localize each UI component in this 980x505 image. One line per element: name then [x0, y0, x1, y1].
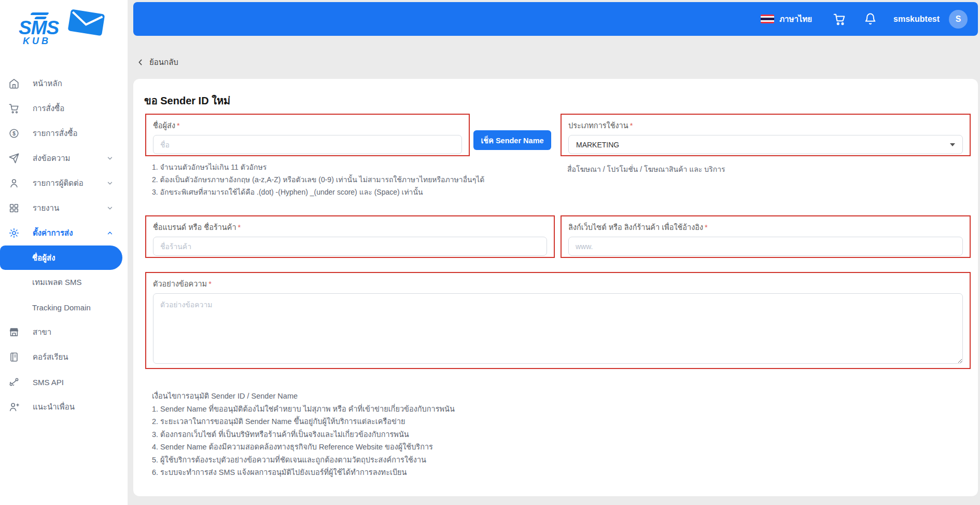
condition-line: 3. ต้องกรอกเว็บไซต์ ที่เป็นบริษัทหรือร้า… — [152, 428, 455, 441]
back-link[interactable]: ย้อนกลับ — [136, 56, 178, 69]
sidebar-item-label: ตั้งค่าการส่ง — [33, 227, 73, 239]
sidebar-subitem-sender-name[interactable]: ชื่อผู้ส่ง — [0, 245, 122, 270]
sidebar-item-label: หน้าหลัก — [33, 77, 62, 90]
cart-icon[interactable] — [833, 12, 846, 26]
sidebar-item-home[interactable]: หน้าหลัก — [0, 71, 128, 96]
sidebar-item-label: รายการผู้ติดต่อ — [33, 177, 83, 189]
label-text: ตัวอย่างข้อความ — [153, 280, 207, 288]
cart-icon — [8, 103, 20, 114]
sidebar-item-label: รายการสั่งซื้อ — [33, 127, 78, 140]
sender-name-input[interactable] — [153, 135, 462, 154]
language-switch[interactable]: ภาษาไทย — [779, 13, 812, 25]
page-title: ขอ Sender ID ใหม่ — [144, 92, 230, 109]
back-label: ย้อนกลับ — [149, 56, 178, 69]
coin-icon: $ — [8, 128, 20, 139]
label-text: ประเภทการใช้งาน — [568, 121, 628, 130]
approval-conditions: เงื่อนไขการอนุมัติ Sender ID / Sender Na… — [152, 390, 455, 479]
example-message-field-group: ตัวอย่างข้อความ* — [145, 272, 971, 369]
example-message-textarea[interactable] — [153, 293, 963, 364]
required-asterisk: * — [208, 280, 212, 288]
home-icon — [8, 78, 20, 89]
website-link-input[interactable] — [568, 237, 963, 256]
required-asterisk: * — [630, 121, 633, 130]
sidebar-item-branch[interactable]: สาขา — [0, 320, 128, 345]
chevron-down-icon — [106, 155, 114, 162]
usage-type-selected-value: MARKETING — [576, 141, 619, 149]
usage-type-select[interactable]: MARKETING — [568, 135, 963, 154]
condition-line: 1. Sender Name ที่ขออนุมัติต้องไม่ใช่คำห… — [152, 403, 455, 416]
usage-type-field-group: ประเภทการใช้งาน* MARKETING — [561, 114, 971, 156]
bell-icon[interactable] — [864, 12, 877, 25]
chevron-down-icon — [106, 180, 114, 187]
sidebar-item-sms-api[interactable]: SMS API — [0, 370, 128, 394]
conditions-title: เงื่อนไขการอนุมัติ Sender ID / Sender Na… — [152, 390, 455, 403]
logo-text-sms: SMS — [19, 17, 60, 38]
check-sender-name-button[interactable]: เช็ค Sender Name — [473, 130, 551, 150]
label-text: ชื่อแบรนด์ หรือ ชื่อร้านค้า — [153, 223, 236, 231]
sidebar-item-refer-friend[interactable]: แนะนำเพื่อน — [0, 394, 128, 419]
brand-name-label: ชื่อแบรนด์ หรือ ชื่อร้านค้า* — [153, 221, 547, 233]
website-link-field-group: ลิงก์เว็บไซต์ หรือ ลิงก์ร้านค้า เพื่อใช้… — [561, 215, 971, 258]
condition-line: 6. ระบบจะทำการส่ง SMS แจ้งผลการอนุมัติไป… — [152, 466, 455, 479]
contact-icon — [8, 178, 20, 189]
username-label[interactable]: smskubtest — [893, 15, 940, 24]
chevron-down-icon — [106, 204, 114, 212]
person-add-icon — [8, 401, 20, 413]
gear-icon — [8, 227, 20, 239]
sidebar-item-label: รายงาน — [33, 202, 59, 214]
sidebar-subitem-label: Tracking Domain — [32, 303, 91, 312]
sidebar-item-label: แนะนำเพื่อน — [33, 401, 75, 413]
back-chevron-icon — [136, 58, 145, 66]
label-text: ลิงก์เว็บไซต์ หรือ ลิงก์ร้านค้า เพื่อใช้… — [568, 223, 703, 231]
send-icon — [8, 153, 20, 164]
sidebar-item-order-list[interactable]: $ รายการสั่งซื้อ — [0, 121, 128, 146]
sidebar-item-send-message[interactable]: ส่งข้อความ — [0, 146, 128, 171]
thai-flag-icon[interactable] — [761, 15, 774, 23]
brand-name-input[interactable] — [153, 237, 547, 256]
sidebar-subitem-sms-template[interactable]: เทมเพลต SMS — [0, 270, 128, 295]
usage-type-label: ประเภทการใช้งาน* — [568, 119, 963, 131]
required-asterisk: * — [705, 223, 708, 231]
sender-name-label: ชื่อผู้ส่ง* — [153, 119, 462, 131]
sender-name-rules: 1. จำนวนตัวอักษรไม่เกิน 11 ตัวอักษร 2. ต… — [152, 161, 484, 198]
request-sender-id-card: ขอ Sender ID ใหม่ ชื่อผู้ส่ง* เช็ค Sende… — [133, 79, 978, 496]
required-asterisk: * — [177, 121, 180, 130]
website-link-label: ลิงก์เว็บไซต์ หรือ ลิงก์ร้านค้า เพื่อใช้… — [568, 221, 963, 233]
sidebar-item-label: ส่งข้อความ — [33, 152, 71, 165]
sidebar-item-order[interactable]: การสั่งซื้อ — [0, 96, 128, 121]
sender-name-field-group: ชื่อผู้ส่ง* — [145, 114, 470, 156]
smskub-logo[interactable]: SMS KUB — [19, 9, 108, 49]
condition-line: 4. Sender Name ต้องมีความสอดคล้องทางธุรก… — [152, 441, 455, 454]
rule-line: 1. จำนวนตัวอักษรไม่เกิน 11 ตัวอักษร — [152, 161, 484, 173]
sidebar-item-contacts[interactable]: รายการผู้ติดต่อ — [0, 171, 128, 196]
label-text: ชื่อผู้ส่ง — [153, 121, 175, 130]
sidebar-subitem-label: เทมเพลต SMS — [32, 276, 82, 289]
sidebar-subitem-label: ชื่อผู้ส่ง — [32, 252, 55, 264]
sidebar-nav: หน้าหลัก การสั่งซื้อ $ รายการสั่งซื้อ ส่… — [0, 71, 128, 419]
store-icon — [8, 326, 20, 338]
avatar[interactable]: S — [949, 10, 968, 29]
report-grid-icon — [8, 202, 20, 214]
sidebar: SMS KUB หน้าหลัก การสั่งซื้อ $ รายการสั่… — [0, 0, 128, 505]
example-message-label: ตัวอย่างข้อความ* — [153, 278, 963, 290]
brand-name-field-group: ชื่อแบรนด์ หรือ ชื่อร้านค้า* — [145, 215, 555, 258]
api-plug-icon — [8, 376, 20, 388]
sidebar-item-send-settings[interactable]: ตั้งค่าการส่ง — [0, 221, 128, 245]
logo-text-kub: KUB — [23, 36, 51, 46]
usage-type-hint: สื่อโฆษณา / โปรโมชั่น / โฆษณาสินค้า และ … — [567, 163, 725, 175]
sidebar-item-label: SMS API — [33, 378, 64, 387]
sidebar-item-label: คอร์สเรียน — [33, 351, 68, 363]
book-icon — [8, 351, 20, 363]
sidebar-subitem-tracking-domain[interactable]: Tracking Domain — [0, 295, 128, 320]
condition-line: 2. ระยะเวลาในการขออนุมัติ Sender Name ขึ… — [152, 415, 455, 428]
condition-line: 5. ผู้ใช้บริการต้องระบุตัวอย่างข้อความที… — [152, 454, 455, 467]
rule-line: 3. อักขระพิเศษที่สามารถใช้ได้คือ .(dot) … — [152, 186, 484, 198]
rule-line: 2. ต้องเป็นตัวอักษรภาษาอังกฤษ (a-z,A-Z) … — [152, 173, 484, 186]
sidebar-item-reports[interactable]: รายงาน — [0, 196, 128, 221]
sidebar-item-label: สาขา — [33, 326, 51, 338]
sidebar-item-courses[interactable]: คอร์สเรียน — [0, 345, 128, 370]
topbar: ภาษาไทย smskubtest S — [133, 2, 978, 36]
svg-text:$: $ — [12, 131, 16, 137]
select-caret-icon — [950, 143, 955, 146]
required-asterisk: * — [238, 223, 241, 231]
